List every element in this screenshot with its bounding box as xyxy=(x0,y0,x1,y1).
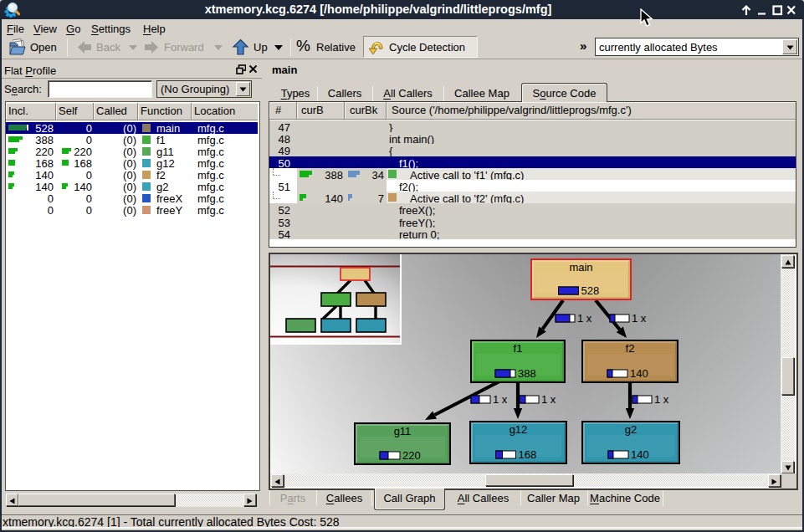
svg-text:388: 388 xyxy=(518,367,536,380)
svg-text:g11: g11 xyxy=(394,425,412,437)
svg-text:168: 168 xyxy=(519,448,537,461)
svg-text:1 x: 1 x xyxy=(654,393,669,406)
svg-text:140: 140 xyxy=(630,367,648,380)
svg-text:1 x: 1 x xyxy=(577,312,592,325)
svg-text:140: 140 xyxy=(631,448,649,461)
svg-text:g2: g2 xyxy=(625,423,637,436)
svg-text:1 x: 1 x xyxy=(493,393,508,406)
svg-text:1 x: 1 x xyxy=(632,312,647,325)
svg-text:f1: f1 xyxy=(514,342,523,355)
svg-text:528: 528 xyxy=(581,284,600,297)
svg-text:main: main xyxy=(569,261,592,274)
svg-text:1 x: 1 x xyxy=(541,393,556,406)
svg-text:220: 220 xyxy=(402,449,421,462)
svg-text:f2: f2 xyxy=(626,342,635,355)
svg-text:g12: g12 xyxy=(510,423,528,436)
